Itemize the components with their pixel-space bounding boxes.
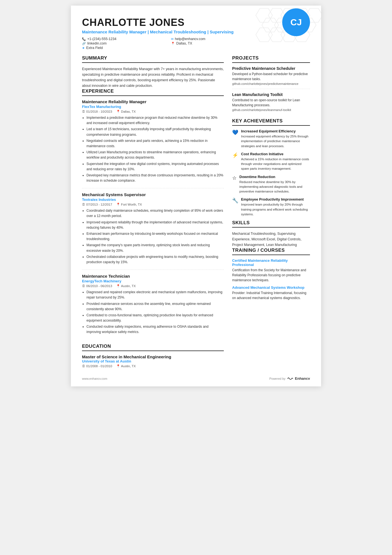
company-name-1: FlexTex Manufacturing [82,105,224,109]
phone-icon: 📞 [82,37,86,41]
company-name-2: Textralex Industries [82,198,224,202]
job-meta-2: 🗓 07/2013 - 12/2017 📍 Fort Worth, TX [82,203,224,206]
project-block-1: Predictive Maintenance Scheduler Develop… [232,66,310,89]
education-section: EDUCATION Master of Science in Mechanica… [82,344,224,368]
job-location-1: 📍 Dallas, TX [116,110,136,114]
calendar-icon-edu: 🗓 [82,364,85,368]
achievements-section: KEY ACHIEVEMENTS 💙 Increased Equipment E… [232,118,310,217]
right-column: PROJECTS Predictive Maintenance Schedule… [232,55,310,370]
training-item-2: Advanced Mechanical Systems Workshop Pro… [232,285,310,300]
edu-degree-1: Master of Science in Mechanical Engineer… [82,354,224,359]
contact-info: 📞 +1-(234)-555-1234 ✉ help@enhancv.com 🔗… [82,37,254,50]
edu-school-1: University of Texas at Austin [82,359,224,363]
bullet-1-1: Implemented a predictive maintenance pro… [86,115,224,126]
contact-linkedin: 🔗 linkedin.com [82,41,165,45]
job-block-2: Mechanical Systems Supervisor Textralex … [82,192,224,270]
bullet-1-2: Led a team of 15 technicians, successful… [86,127,224,137]
achievement-desc-4: Improved team productivity by 20% throug… [241,202,310,217]
contact-email: ✉ help@enhancv.com [171,37,254,41]
achievement-title-3: Downtime Reduction [239,175,310,179]
achievement-icon-1: 💙 [232,129,238,149]
candidate-name: CHARLOTTE JONES [82,17,254,28]
experience-section: EXPERIENCE Maintenance Reliability Manag… [82,88,224,340]
training-section: TRAINING / COURSES Certified Maintenance… [232,248,310,300]
achievement-item-4: 🔧 Employee Productivity Improvement Impr… [232,197,310,217]
bullet-1-6: Developed key maintenance metrics that d… [86,173,224,183]
projects-section: PROJECTS Predictive Maintenance Schedule… [232,55,310,115]
resume-container: CJ CHARLOTTE JONES Maintenance Reliabili… [71,6,321,386]
contact-phone: 📞 +1-(234)-555-1234 [82,37,165,41]
summary-text: Experienced Maintenance Reliability Mana… [82,66,224,88]
avatar: CJ [282,8,310,36]
job-bullets-3: Diagnosed and repaired complex electroni… [82,290,224,335]
project-link-2: github.com/charlottejones/leanmanuf-tool… [232,108,310,112]
training-course-title-2: Advanced Mechanical Systems Workshop [232,285,310,290]
company-name-3: EnergyTech Machinery [82,279,224,283]
achievement-desc-3: Reduced machine downtime by 30% by imple… [239,180,310,194]
achievement-content-3: Downtime Reduction Reduced machine downt… [239,175,310,194]
job-block-3: Maintenance Technician EnergyTech Machin… [82,274,224,340]
email-icon: ✉ [171,37,173,41]
education-item-1: Master of Science in Mechanical Engineer… [82,354,224,368]
main-layout: SUMMARY Experienced Maintenance Reliabil… [82,55,310,370]
location-icon-edu: 📍 [116,364,120,368]
job-location-2: 📍 Fort Worth, TX [116,203,142,206]
bullet-2-2: Improved equipment reliability through t… [86,220,224,230]
achievement-icon-2: ⚡ [232,152,238,171]
bullet-2-4: Managed the company's spare parts invent… [86,243,224,253]
job-location-3: 📍 Austin, TX [116,284,136,288]
achievement-title-2: Cost Reduction Initiative [241,152,310,156]
bullet-2-1: Coordinated daily maintenance schedules,… [86,208,224,219]
training-course-desc-2: Provider: Industrial Training Internatio… [232,290,310,300]
skills-title: SKILLS [232,220,310,228]
project-title-2: Lean Manufacturing Toolkit [232,92,310,97]
training-title: TRAINING / COURSES [232,248,310,255]
candidate-title: Maintenance Reliability Manager | Mechan… [82,29,254,34]
training-course-title-1: Certified Maintenance Reliability Profes… [232,258,310,267]
edu-dates-1: 🗓 01/2008 - 01/2010 [82,364,112,368]
achievement-item-2: ⚡ Cost Reduction Initiative Achieved a 1… [232,152,310,171]
education-title: EDUCATION [82,344,224,351]
achievement-desc-1: Increased equipment efficiency by 25% th… [241,134,310,149]
job-meta-3: 🗓 06/2010 - 06/2013 📍 Austin, TX [82,284,224,288]
project-link-1: github.com/charlottejones/predictivemain… [232,82,310,85]
achievement-title-4: Employee Productivity Improvement [241,197,310,201]
project-desc-1: Developed a Python-based scheduler for p… [232,71,310,82]
project-title-1: Predictive Maintenance Scheduler [232,66,310,71]
job-dates-2: 🗓 07/2013 - 12/2017 [82,203,112,206]
bullet-1-5: Supervised the integration of new digita… [86,161,224,172]
bullet-2-3: Enhanced team performance by introducing… [86,231,224,242]
achievement-content-2: Cost Reduction Initiative Achieved a 15%… [241,152,310,171]
achievement-content-4: Employee Productivity Improvement Improv… [241,197,310,217]
contact-location: 📍 Dallas, TX [171,41,254,45]
bullet-1-3: Negotiated contracts with service and pa… [86,138,224,149]
training-course-desc-1: Certification from the Society for Maint… [232,268,310,283]
bullet-3-1: Diagnosed and repaired complex electroni… [86,290,224,300]
bullet-3-2: Provided maintenance services across the… [86,301,224,312]
achievement-item-3: ☆ Downtime Reduction Reduced machine dow… [232,175,310,194]
location-icon-2: 📍 [116,203,120,206]
location-icon-1: 📍 [116,110,120,114]
job-meta-1: 🗓 01/2018 - 10/2023 📍 Dallas, TX [82,110,224,114]
achievement-icon-4: 🔧 [232,198,238,217]
left-column: SUMMARY Experienced Maintenance Reliabil… [82,55,224,370]
achievement-title-1: Increased Equipment Efficiency [241,129,310,133]
edu-location-1: 📍 Austin, TX [116,364,136,368]
summary-title: SUMMARY [82,55,224,63]
project-desc-2: Contributed to an open-source toolkit fo… [232,98,310,108]
enhancv-logo-icon [287,376,293,381]
calendar-icon-1: 🗓 [82,110,85,113]
calendar-icon-2: 🗓 [82,203,85,206]
experience-title: EXPERIENCE [82,88,224,96]
achievement-icon-3: ☆ [232,175,237,194]
job-bullets-2: Coordinated daily maintenance schedules,… [82,208,224,265]
avatar-initials: CJ [291,17,302,28]
job-dates-3: 🗓 06/2010 - 06/2013 [82,284,112,288]
achievement-item-1: 💙 Increased Equipment Efficiency Increas… [232,129,310,149]
edu-meta-1: 🗓 01/2008 - 01/2010 📍 Austin, TX [82,364,224,368]
star-icon: ★ [82,46,85,50]
job-bullets-1: Implemented a predictive maintenance pro… [82,115,224,183]
location-icon: 📍 [171,42,175,45]
location-icon-3: 📍 [116,284,120,288]
job-dates-1: 🗓 01/2018 - 10/2023 [82,110,112,114]
